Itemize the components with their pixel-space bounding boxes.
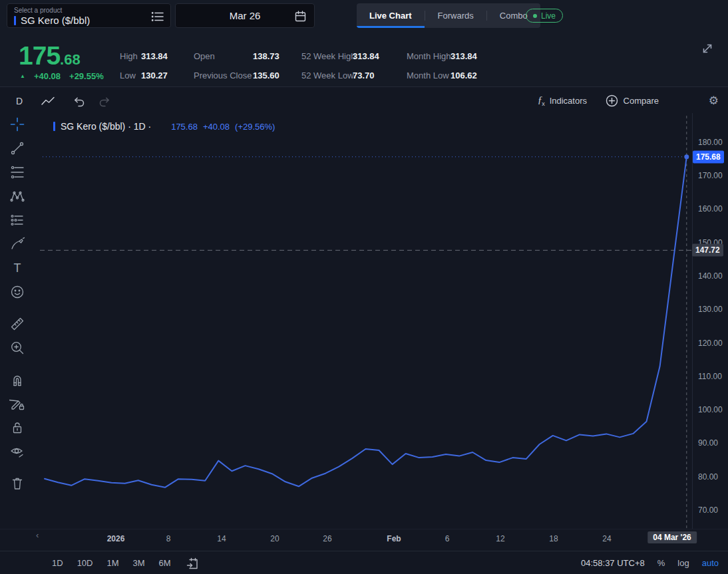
- zoom-in-icon: [9, 340, 25, 356]
- legend-price: 175.68: [171, 122, 198, 132]
- price-tick: 180.00: [698, 138, 723, 147]
- trash-icon: [9, 476, 25, 492]
- up-triangle-icon: ▲: [20, 73, 25, 79]
- date-picker-value: Mar 26: [230, 10, 261, 21]
- range-3m-button[interactable]: 3M: [133, 558, 145, 568]
- fullscreen-button[interactable]: [700, 41, 715, 56]
- range-1m-button[interactable]: 1M: [106, 558, 118, 568]
- tab-forwards[interactable]: Forwards: [425, 3, 486, 28]
- indicators-button[interactable]: ƒx Indicators: [538, 94, 587, 107]
- tool-emoji-button[interactable]: [8, 284, 27, 300]
- axis-scroll-icon: ‹: [36, 530, 39, 540]
- live-status-badge: Live: [526, 9, 563, 23]
- stat-column: High313.84 Low130.27: [120, 47, 168, 85]
- time-tick: 2026: [107, 534, 125, 543]
- time-axis[interactable]: 20268142026Feb6121824: [0, 529, 728, 551]
- emoji-icon: [9, 284, 25, 300]
- magnet-icon: [9, 372, 25, 388]
- fx-icon: ƒx: [538, 94, 545, 107]
- range-1d-button[interactable]: 1D: [52, 558, 63, 568]
- chart-legend[interactable]: SG Kero ($/bbl) · 1D · 175.68 +40.08 (+2…: [53, 121, 275, 132]
- change-percent: +29.55%: [69, 71, 104, 81]
- gear-icon: ⚙: [709, 94, 719, 107]
- last-price: 175.68: [19, 43, 81, 69]
- redo-button[interactable]: [97, 94, 112, 110]
- auto-scale-button[interactable]: auto: [702, 558, 719, 568]
- tool-text-button[interactable]: T: [8, 260, 27, 276]
- tool-crosshair-button[interactable]: [8, 116, 27, 132]
- chart-type-button[interactable]: [40, 94, 56, 110]
- legend-change: +40.08: [203, 122, 230, 132]
- ruler-icon: [9, 316, 25, 332]
- tool-ruler-button[interactable]: [8, 316, 27, 332]
- eye-icon: [9, 444, 25, 460]
- time-tick: 8: [166, 534, 171, 543]
- tool-drawing-mode-lock-button[interactable]: [8, 396, 27, 412]
- trend-line-icon: [9, 140, 25, 156]
- price-tick: 100.00: [698, 405, 723, 414]
- tool-trend-line-button[interactable]: [8, 140, 27, 156]
- settings-button[interactable]: ⚙: [709, 94, 719, 108]
- drawing-toolbar: T: [0, 115, 35, 492]
- tool-forecast-button[interactable]: [8, 212, 27, 228]
- axis-settings: 04:58:37 UTC+8 % log auto: [581, 558, 719, 568]
- time-tick: 20: [270, 534, 279, 543]
- live-badge-label: Live: [541, 11, 556, 21]
- time-tick: 6: [445, 534, 450, 543]
- product-name: SG Kero ($/bbl): [21, 15, 90, 26]
- price-tick: 170.00: [698, 171, 723, 180]
- trading-app: Select a product SG Kero ($/bbl) Mar 26 …: [0, 0, 728, 574]
- price-tick: 120.00: [698, 339, 723, 348]
- tab-live-chart[interactable]: Live Chart: [357, 3, 425, 28]
- tool-brush-button[interactable]: [8, 236, 27, 252]
- stat-row: 52 Week Low73.70: [301, 66, 379, 85]
- price-axis[interactable]: 180.00170.00160.00150.00140.00130.00120.…: [692, 113, 728, 529]
- range-10d-button[interactable]: 10D: [77, 558, 93, 568]
- legend-symbol: SG Kero ($/bbl) · 1D ·: [61, 121, 151, 132]
- redo-icon: [97, 94, 112, 108]
- product-selector-label: Select a product: [14, 7, 164, 14]
- time-tick: Feb: [387, 534, 401, 543]
- time-tick: 24: [602, 534, 611, 543]
- date-picker[interactable]: Mar 26: [175, 3, 315, 28]
- legend-accent-bar: [53, 122, 55, 131]
- time-tick: 26: [323, 534, 331, 543]
- live-dot-icon: [533, 14, 537, 18]
- legend-quote: 175.68 +40.08 (+29.56%): [171, 122, 275, 132]
- lock-icon: [9, 420, 25, 436]
- log-scale-button[interactable]: log: [677, 558, 689, 568]
- stat-row: Low130.27: [120, 66, 168, 85]
- product-selector[interactable]: Select a product SG Kero ($/bbl): [7, 3, 171, 28]
- compare-button[interactable]: Compare: [606, 94, 659, 107]
- clock[interactable]: 04:58:37 UTC+8: [581, 558, 645, 568]
- chart-panel: D ƒx Indicators: [0, 86, 728, 574]
- current-date-tag: 04 Mar '26: [647, 531, 697, 543]
- tool-lock-all-drawings-button[interactable]: [8, 420, 27, 436]
- interval-button[interactable]: D: [16, 96, 23, 106]
- stat-row: High313.84: [120, 47, 168, 66]
- tool-fib-retracement-button[interactable]: [8, 164, 27, 180]
- percent-scale-button[interactable]: %: [657, 558, 665, 568]
- change-value: +40.08: [34, 71, 61, 81]
- tool-magnet-button[interactable]: [8, 372, 27, 388]
- bottom-toolbar: 1D 10D 1M 3M 6M 04:58:37 UTC+8 % log aut…: [0, 551, 728, 574]
- fib-retracement-icon: [9, 164, 25, 180]
- tool-hide-all-drawings-button[interactable]: [8, 444, 27, 460]
- time-tick: 14: [217, 534, 226, 543]
- stat-row: Month Low106.62: [407, 66, 477, 85]
- go-to-date-button[interactable]: [186, 557, 199, 570]
- tool-remove-all-drawings-button[interactable]: [8, 476, 27, 492]
- undo-button[interactable]: [72, 94, 87, 110]
- reference-price-tag: 147.72: [692, 244, 723, 257]
- range-6m-button[interactable]: 6M: [159, 558, 171, 568]
- tool-xabcd-pattern-button[interactable]: [8, 188, 27, 204]
- text-tool-icon: T: [14, 261, 21, 275]
- price-tick: 70.00: [698, 505, 718, 515]
- tool-zoom-in-button[interactable]: [8, 340, 27, 356]
- last-price-tag: 175.68: [693, 150, 724, 163]
- product-accent-bar: [14, 16, 16, 25]
- stat-row: 52 Week High313.84: [301, 47, 379, 66]
- plus-circle-icon: [606, 94, 618, 107]
- price-tick: 80.00: [698, 472, 718, 482]
- stat-column: 52 Week High313.84 52 Week Low73.70: [301, 47, 379, 85]
